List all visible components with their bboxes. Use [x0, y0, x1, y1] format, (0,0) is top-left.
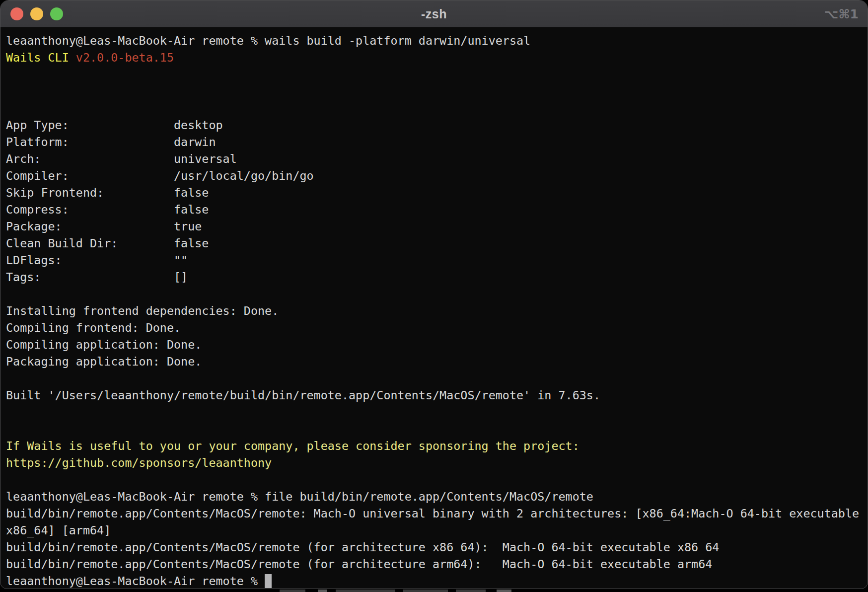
terminal-line: Built '/Users/leaanthony/remote/build/bi…: [6, 387, 868, 404]
config-label: Platform:: [6, 135, 174, 149]
terminal-line: Platform: darwin: [6, 134, 868, 150]
config-value: false: [174, 186, 209, 200]
terminal-line: Skip Frontend: false: [6, 184, 868, 201]
terminal-line: [6, 404, 868, 421]
terminal-line: Wails CLI v2.0.0-beta.15: [6, 49, 868, 66]
config-value: "": [174, 253, 188, 267]
terminal-text: Compiling frontend: Done.: [6, 321, 181, 335]
terminal-line: Tags: []: [6, 269, 868, 286]
terminal-text: Built '/Users/leaanthony/remote/build/bi…: [6, 388, 600, 402]
terminal-output[interactable]: leaanthony@Leas-MacBook-Air remote % wai…: [0, 27, 868, 589]
terminal-text: x86_64] [arm64]: [6, 523, 111, 537]
terminal-line: leaanthony@Leas-MacBook-Air remote %: [6, 573, 868, 589]
terminal-line: build/bin/remote.app/Contents/MacOS/remo…: [6, 539, 868, 556]
terminal-line: LDFlags: "": [6, 252, 868, 269]
terminal-text: Packaging application: Done.: [6, 355, 202, 369]
config-label: Tags:: [6, 270, 174, 284]
config-label: Arch:: [6, 152, 174, 166]
terminal-line: build/bin/remote.app/Contents/MacOS/remo…: [6, 505, 868, 522]
config-label: Package:: [6, 220, 174, 233]
terminal-line: [6, 66, 868, 83]
terminal-line: [6, 370, 868, 387]
terminal-line: Packaging application: Done.: [6, 353, 868, 370]
config-value: darwin: [174, 135, 216, 149]
terminal-line: Package: true: [6, 218, 868, 235]
terminal-line: Installing frontend dependencies: Done.: [6, 302, 868, 319]
terminal-line: build/bin/remote.app/Contents/MacOS/remo…: [6, 556, 868, 573]
config-value: desktop: [174, 118, 223, 132]
background-window-sliver: [0, 589, 868, 592]
terminal-line: Compiling application: Done.: [6, 336, 868, 353]
terminal-line: If Wails is useful to you or your compan…: [6, 438, 868, 454]
config-label: Compress:: [6, 203, 174, 217]
config-value: true: [174, 220, 202, 233]
terminal-line: Clean Build Dir: false: [6, 235, 868, 252]
terminal-line: [6, 421, 868, 438]
terminal-line: https://github.com/sponsors/leaanthony: [6, 454, 868, 471]
terminal-line: leaanthony@Leas-MacBook-Air remote % wai…: [6, 32, 868, 49]
config-value: universal: [174, 152, 237, 166]
terminal-line: leaanthony@Leas-MacBook-Air remote % fil…: [6, 488, 868, 505]
terminal-text: Wails CLI: [6, 51, 76, 65]
terminal-text: v2.0.0-beta.15: [76, 51, 174, 65]
config-value: []: [174, 270, 188, 284]
terminal-line: [6, 471, 868, 488]
terminal-text: leaanthony@Leas-MacBook-Air remote % wai…: [6, 34, 530, 48]
terminal-text: build/bin/remote.app/Contents/MacOS/remo…: [6, 507, 859, 520]
terminal-line: Compiler: /usr/local/go/bin/go: [6, 167, 868, 184]
terminal-text: leaanthony@Leas-MacBook-Air remote %: [6, 574, 265, 588]
titlebar[interactable]: -zsh ⌥⌘1: [0, 0, 868, 27]
terminal-cursor: [265, 574, 272, 588]
config-label: LDFlags:: [6, 253, 174, 267]
config-label: Skip Frontend:: [6, 186, 174, 200]
config-label: Compiler:: [6, 169, 174, 183]
config-label: App Type:: [6, 118, 174, 132]
terminal-line: Arch: universal: [6, 150, 868, 167]
terminal-line: Compress: false: [6, 201, 868, 218]
terminal-line: [6, 286, 868, 302]
terminal-line: [6, 100, 868, 117]
terminal-text: Compiling application: Done.: [6, 338, 202, 352]
terminal-text: build/bin/remote.app/Contents/MacOS/remo…: [6, 557, 712, 571]
terminal-text: Installing frontend dependencies: Done.: [6, 304, 279, 318]
terminal-line: App Type: desktop: [6, 117, 868, 134]
terminal-text: https://github.com/sponsors/leaanthony: [6, 456, 272, 470]
window-title: -zsh: [0, 0, 868, 27]
terminal-text: leaanthony@Leas-MacBook-Air remote % fil…: [6, 490, 593, 504]
config-value: /usr/local/go/bin/go: [174, 169, 314, 183]
terminal-line: [6, 83, 868, 100]
terminal-line: x86_64] [arm64]: [6, 522, 868, 539]
terminal-text: If Wails is useful to you or your compan…: [6, 439, 579, 453]
tab-shortcut-label: ⌥⌘1: [824, 0, 859, 27]
terminal-window: -zsh ⌥⌘1 leaanthony@Leas-MacBook-Air rem…: [0, 0, 868, 589]
config-value: false: [174, 236, 209, 250]
config-value: false: [174, 203, 209, 217]
config-label: Clean Build Dir:: [6, 236, 174, 250]
terminal-line: Compiling frontend: Done.: [6, 319, 868, 336]
terminal-text: build/bin/remote.app/Contents/MacOS/remo…: [6, 540, 719, 554]
